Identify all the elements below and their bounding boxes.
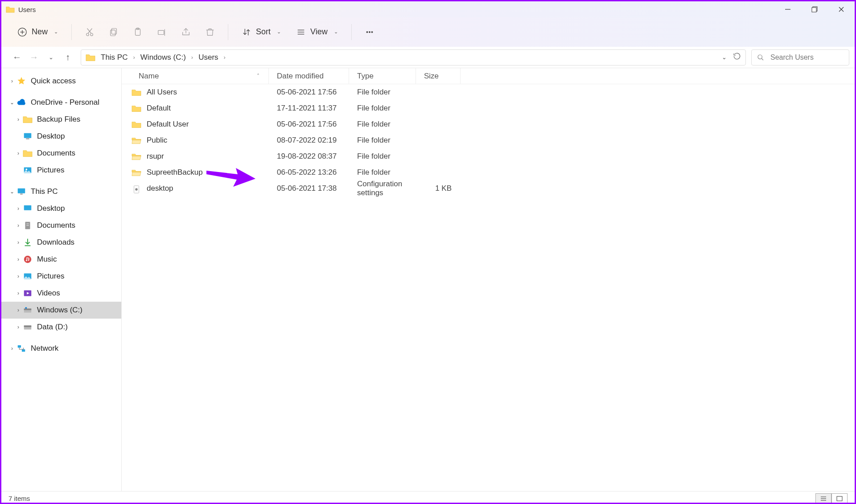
minimize-button[interactable]	[774, 1, 801, 17]
chevron-right-icon[interactable]: ›	[8, 345, 16, 352]
sidebar-label: Desktop	[37, 204, 65, 213]
column-size[interactable]: Size	[416, 68, 461, 84]
chevron-right-icon[interactable]: ›	[14, 256, 23, 262]
chevron-right-icon[interactable]: ›	[14, 273, 23, 279]
file-date: 08-07-2022 02:19	[269, 136, 349, 145]
file-date: 05-06-2021 17:56	[269, 88, 349, 97]
title-bar: Users	[1, 1, 855, 17]
sidebar-label: Quick access	[31, 77, 76, 86]
sidebar-item-videos[interactable]: ›Videos	[1, 285, 121, 302]
folder-open-icon	[132, 136, 141, 144]
sidebar-item-desktop[interactable]: Desktop	[1, 128, 121, 145]
table-row[interactable]: rsupr19-08-2022 08:37File folder	[122, 148, 855, 164]
share-button[interactable]	[175, 21, 197, 43]
close-button[interactable]	[828, 1, 855, 17]
chevron-down-icon: ⌄	[277, 29, 281, 35]
sidebar-item-documents[interactable]: ›Documents	[1, 145, 121, 162]
folder-icon	[86, 53, 95, 61]
sidebar-item-network[interactable]: › Network	[1, 340, 121, 357]
copy-button[interactable]	[103, 21, 124, 43]
sidebar-item-windows-c[interactable]: ›Windows (C:)	[1, 302, 121, 319]
forward-button[interactable]: →	[26, 50, 41, 65]
separator	[351, 24, 352, 40]
delete-button[interactable]	[199, 21, 221, 43]
pictures-icon	[23, 272, 33, 281]
file-size: 1 KB	[416, 184, 461, 193]
back-button[interactable]: ←	[9, 50, 25, 65]
history-dropdown[interactable]: ⌄	[43, 50, 58, 65]
chevron-right-icon: ›	[224, 54, 226, 61]
breadcrumb-item[interactable]: Users	[198, 53, 218, 62]
table-row[interactable]: Default17-11-2021 11:37File folder	[122, 100, 855, 116]
refresh-button[interactable]	[733, 52, 741, 62]
sidebar-item-quick-access[interactable]: › Quick access	[1, 73, 121, 90]
folder-icon	[132, 120, 141, 128]
separator	[228, 24, 228, 40]
sidebar-label: Downloads	[37, 238, 74, 247]
file-name: Default	[147, 104, 171, 113]
column-name[interactable]: Name˄	[122, 68, 269, 84]
sort-button[interactable]: Sort ⌄	[235, 24, 287, 41]
chevron-down-icon[interactable]: ⌄	[8, 188, 16, 195]
up-button[interactable]: ↑	[60, 50, 75, 65]
maximize-button[interactable]	[801, 1, 828, 17]
chevron-right-icon[interactable]: ›	[14, 290, 23, 296]
large-icons-view-button[interactable]	[831, 493, 848, 504]
sidebar-item-documents2[interactable]: ›Documents	[1, 217, 121, 234]
sort-indicator: ˄	[257, 73, 259, 79]
view-button[interactable]: View ⌄	[290, 24, 344, 41]
svg-line-25	[761, 58, 763, 60]
cut-button[interactable]	[79, 21, 100, 43]
svg-rect-26	[24, 133, 32, 138]
svg-point-37	[24, 256, 32, 263]
chevron-right-icon[interactable]: ›	[14, 307, 23, 313]
svg-rect-48	[22, 349, 25, 352]
sidebar-label: Data (D:)	[37, 323, 68, 332]
rename-button[interactable]	[151, 21, 173, 43]
table-row[interactable]: Default User05-06-2021 17:56File folder	[122, 116, 855, 132]
file-date: 05-06-2021 17:38	[269, 184, 349, 193]
chevron-down-icon[interactable]: ⌄	[722, 54, 727, 61]
cloud-icon	[16, 98, 26, 107]
column-type[interactable]: Type	[349, 68, 416, 84]
sidebar-item-onedrive[interactable]: ⌄ OneDrive - Personal	[1, 94, 121, 111]
folder-open-icon	[132, 152, 141, 160]
chevron-right-icon[interactable]: ›	[14, 116, 23, 123]
details-view-button[interactable]	[815, 493, 831, 504]
breadcrumb-item[interactable]: This PC	[101, 53, 128, 62]
svg-point-38	[26, 260, 27, 261]
chevron-right-icon[interactable]: ›	[14, 150, 23, 156]
more-button[interactable]	[359, 21, 380, 43]
file-type: File folder	[349, 104, 416, 113]
sidebar-item-pictures[interactable]: Pictures	[1, 162, 121, 179]
chevron-right-icon[interactable]: ›	[14, 239, 23, 246]
address-bar[interactable]: This PC› Windows (C:)› Users› ⌄	[81, 49, 746, 66]
chevron-down-icon[interactable]: ⌄	[8, 99, 16, 106]
svg-line-11	[87, 28, 91, 33]
svg-rect-32	[24, 205, 32, 210]
chevron-right-icon[interactable]: ›	[14, 205, 23, 212]
sidebar-item-data-d[interactable]: ›Data (D:)	[1, 319, 121, 336]
paste-button[interactable]	[127, 21, 148, 43]
table-row[interactable]: All Users05-06-2021 17:56File folder	[122, 84, 855, 100]
chevron-right-icon[interactable]: ›	[8, 78, 16, 84]
svg-point-39	[28, 259, 29, 261]
search-input[interactable]: Search Users	[751, 49, 849, 66]
sidebar-item-pictures2[interactable]: ›Pictures	[1, 268, 121, 285]
sidebar-item-downloads[interactable]: ›Downloads	[1, 234, 121, 251]
svg-rect-54	[837, 496, 842, 501]
breadcrumb-item[interactable]: Windows (C:)	[140, 53, 186, 62]
sort-label: Sort	[256, 27, 271, 37]
sidebar-item-backup-files[interactable]: ›Backup Files	[1, 111, 121, 128]
sidebar-item-desktop2[interactable]: ›Desktop	[1, 200, 121, 217]
new-button[interactable]: New ⌄	[11, 24, 64, 41]
column-date[interactable]: Date modified	[269, 68, 349, 84]
chevron-right-icon[interactable]: ›	[14, 222, 23, 229]
sidebar-item-this-pc[interactable]: ⌄ This PC	[1, 183, 121, 200]
chevron-right-icon[interactable]: ›	[14, 324, 23, 330]
table-row[interactable]: Public08-07-2022 02:19File folder	[122, 132, 855, 148]
file-date: 05-06-2021 17:56	[269, 120, 349, 129]
file-type: File folder	[349, 120, 416, 129]
sidebar-label: Music	[37, 255, 57, 264]
sidebar-item-music[interactable]: ›Music	[1, 251, 121, 268]
